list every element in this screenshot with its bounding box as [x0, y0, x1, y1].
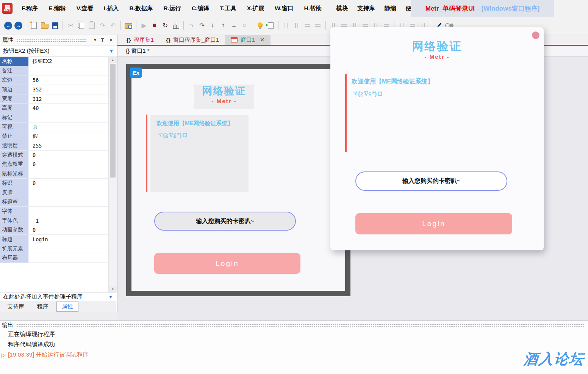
close-window-button[interactable]: [532, 31, 540, 39]
property-scrollbar[interactable]: ▲ ▼: [108, 57, 117, 292]
undo-icon[interactable]: ↶: [108, 20, 118, 30]
menu-item-1[interactable]: E.编辑: [48, 5, 66, 13]
property-value[interactable]: 按钮EX2: [29, 57, 108, 66]
property-value[interactable]: [29, 113, 108, 123]
stop-icon[interactable]: ■: [150, 20, 160, 30]
login-button[interactable]: Login: [355, 213, 512, 234]
tab-program[interactable]: 程序: [32, 302, 53, 311]
redo-icon[interactable]: ↷: [97, 20, 107, 30]
event-handler-selector[interactable]: 在此处选择加入事件处理子程序 ▼: [0, 292, 116, 301]
property-value[interactable]: 352: [29, 85, 108, 94]
property-label: 标识: [0, 179, 29, 188]
property-label: 字体: [0, 207, 29, 216]
pin-icon[interactable]: [99, 37, 106, 44]
property-value[interactable]: 40: [29, 104, 108, 113]
property-value[interactable]: 56: [29, 75, 108, 85]
tips-icon[interactable]: [255, 20, 265, 30]
property-row: 可视真: [0, 123, 108, 132]
menu-item-7[interactable]: T.工具: [220, 5, 236, 13]
forward-icon[interactable]: →: [14, 22, 22, 30]
align-right-icon[interactable]: [292, 20, 302, 30]
step-out-icon[interactable]: ↑: [218, 20, 228, 30]
property-value[interactable]: 255: [29, 141, 108, 151]
paste-icon[interactable]: [87, 20, 97, 30]
copy-icon[interactable]: [76, 20, 86, 30]
menu-extra-item-2[interactable]: 静编: [384, 5, 396, 13]
find-in-files-icon[interactable]: [124, 20, 133, 30]
property-value[interactable]: [29, 169, 108, 179]
property-value[interactable]: [29, 66, 108, 76]
property-value[interactable]: 真: [29, 123, 108, 132]
compile-icon[interactable]: [171, 20, 181, 30]
align-bottom-icon[interactable]: [313, 20, 323, 30]
property-label: 扩展元素: [0, 244, 29, 254]
run-icon[interactable]: ▶: [139, 20, 149, 30]
scroll-down-icon[interactable]: ▼: [109, 286, 117, 292]
tab-support-libs[interactable]: 支持库: [2, 302, 29, 311]
new-program-icon[interactable]: [29, 20, 39, 30]
menu-item-8[interactable]: X.扩展: [247, 5, 264, 13]
menu-item-0[interactable]: F.程序: [22, 5, 38, 13]
form-title-label[interactable]: 网络验证 - Metr -: [194, 85, 254, 109]
align-left-icon[interactable]: [281, 20, 291, 30]
tab-window1[interactable]: 窗口1 ✕: [225, 35, 271, 45]
menu-item-3[interactable]: I.插入: [104, 5, 119, 13]
cut-icon[interactable]: ✂: [66, 20, 75, 30]
property-label: 名称: [0, 57, 29, 66]
login-button[interactable]: Login: [154, 253, 300, 274]
property-value[interactable]: 0: [29, 160, 108, 170]
tab-program-set[interactable]: {} 程序集1: [120, 35, 160, 45]
close-tab-icon[interactable]: ✕: [260, 36, 265, 43]
menu-item-9[interactable]: W.窗口: [275, 5, 293, 13]
card-key-input[interactable]: [154, 212, 296, 231]
menu-extra-item-1[interactable]: 支持库: [357, 5, 375, 13]
align-top-icon[interactable]: [302, 20, 312, 30]
tab-window-program-set[interactable]: {} 窗口程序集_窗口1: [160, 35, 225, 45]
menu-item-6[interactable]: C.编译: [192, 5, 210, 13]
run-to-cursor-icon[interactable]: →: [229, 20, 239, 30]
menu-item-5[interactable]: R.运行: [164, 5, 181, 13]
sub-tab-window1[interactable]: {} 窗口1 *: [126, 47, 150, 55]
property-value[interactable]: 0: [29, 151, 108, 160]
property-label: 鼠标光标: [0, 169, 29, 179]
step-into-icon[interactable]: ↓: [208, 20, 217, 30]
tab-properties[interactable]: 属性: [56, 302, 78, 312]
chevron-down-icon[interactable]: ▼: [109, 49, 114, 54]
chevron-down-icon[interactable]: ▼: [108, 294, 113, 300]
property-value[interactable]: [29, 253, 108, 263]
scroll-thumb[interactable]: [110, 64, 116, 178]
control-selector[interactable]: 按钮EX2 (按钮EX) ▼: [0, 46, 117, 57]
property-value[interactable]: 0: [29, 179, 108, 188]
menu-item-10[interactable]: H.帮助: [304, 5, 322, 13]
panel-menu-icon[interactable]: ▼: [92, 37, 99, 44]
property-value[interactable]: 0: [29, 225, 108, 235]
property-value[interactable]: -1: [29, 216, 108, 226]
welcome-label[interactable]: 欢迎使用【ME网络验证系统】 ヾ(≧∇≦*)ロ: [150, 115, 249, 192]
property-value[interactable]: Login: [29, 235, 108, 244]
menu-item-4[interactable]: B.数据库: [130, 5, 153, 13]
designer-form[interactable]: Ex 网络验证 - Metr - 欢迎使用【ME网络验证系统】 ヾ(≧∇≦*)ロ…: [126, 64, 350, 296]
save-icon[interactable]: [50, 20, 60, 30]
property-row: 宽度312: [0, 94, 108, 104]
property-value[interactable]: [29, 244, 108, 254]
property-value[interactable]: 假: [29, 132, 108, 141]
menu-item-2[interactable]: V.查看: [77, 5, 93, 13]
step-over-icon[interactable]: ↷: [197, 20, 207, 30]
toolbar-separator: [325, 21, 326, 30]
property-value[interactable]: [29, 197, 108, 207]
menu-extra-item-0[interactable]: 模块: [336, 5, 348, 13]
close-panel-icon[interactable]: ×: [108, 37, 114, 44]
back-icon[interactable]: ←: [4, 22, 12, 30]
preview-window[interactable]: 网络验证 - Metr - 欢迎使用【ME网络验证系统】 ヾ(≧∇≦*)ロ Lo…: [330, 27, 544, 250]
property-value[interactable]: [29, 188, 108, 198]
card-key-input[interactable]: [355, 171, 507, 191]
open-icon[interactable]: [39, 20, 49, 30]
scroll-up-icon[interactable]: ▲: [109, 57, 117, 63]
output-panel-title: 输出: [2, 322, 13, 329]
snippet-icon[interactable]: [266, 20, 275, 30]
form-designer-icon[interactable]: ⌂: [186, 20, 196, 30]
property-value[interactable]: 312: [29, 94, 108, 104]
property-value[interactable]: [29, 207, 108, 216]
unlock-icon[interactable]: ○: [239, 20, 249, 30]
restart-icon[interactable]: ↻: [160, 20, 170, 30]
